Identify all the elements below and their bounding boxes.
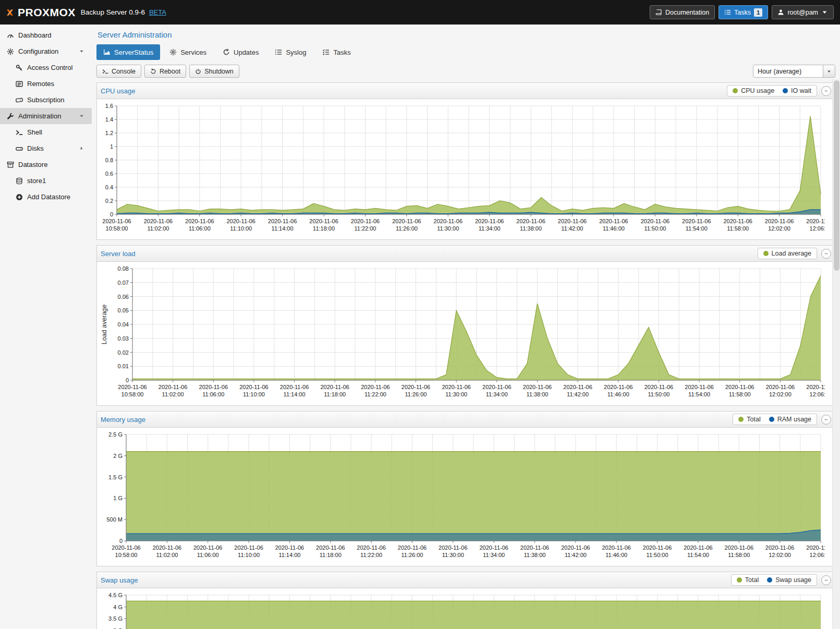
caret-down-icon[interactable] [77, 49, 87, 54]
documentation-label: Documentation [665, 9, 709, 16]
console-button[interactable]: Console [96, 65, 141, 78]
shutdown-button[interactable]: Shutdown [189, 65, 239, 78]
svg-text:1: 1 [110, 143, 113, 150]
svg-text:11:58:00: 11:58:00 [729, 391, 751, 397]
sidebar-item-store1[interactable]: store1 [0, 173, 92, 189]
panel-body: 0500 M1 G1.5 G2 G2.5 G2020-11-0610:58:00… [97, 428, 835, 566]
collapse-panel-button[interactable] [821, 86, 831, 96]
svg-text:11:10:00: 11:10:00 [230, 225, 252, 232]
tasks-button[interactable]: Tasks 1 [719, 5, 768, 19]
beta-link[interactable]: BETA [149, 8, 166, 16]
header: PROXMOX Backup Server 0.9-6 BETA Documen… [0, 0, 840, 25]
svg-text:0.05: 0.05 [118, 307, 129, 313]
legend-swatch-icon [737, 577, 742, 583]
cpu-usage-chart: 00.20.40.60.811.21.41.62020-11-0610:58:0… [99, 101, 825, 237]
svg-text:500 M: 500 M [106, 516, 123, 523]
svg-text:2020-11-06: 2020-11-06 [641, 218, 669, 224]
tab-serverstatus[interactable]: ServerStatus [96, 44, 160, 60]
svg-text:2020-11-06: 2020-11-06 [475, 218, 504, 224]
toolbar: ConsoleRebootShutdown Hour (average) [96, 65, 835, 78]
svg-text:11:58:00: 11:58:00 [728, 552, 750, 558]
sidebar-item-dashboard[interactable]: Dashboard [0, 27, 92, 43]
svg-text:0.08: 0.08 [118, 265, 129, 272]
reboot-button[interactable]: Reboot [144, 65, 186, 78]
tab-updates[interactable]: Updates [216, 44, 265, 60]
caret-down-icon[interactable] [77, 113, 87, 119]
svg-text:0.02: 0.02 [118, 349, 129, 356]
scrollbar-thumb[interactable] [834, 80, 839, 271]
tab-tasks[interactable]: Tasks [315, 44, 357, 60]
svg-text:2020-11-06: 2020-11-06 [193, 545, 222, 551]
user-menu-button[interactable]: root@pam [772, 5, 834, 19]
svg-text:11:22:00: 11:22:00 [364, 391, 386, 397]
svg-text:0.03: 0.03 [118, 335, 129, 342]
svg-text:2020-11-06: 2020-11-06 [765, 545, 794, 551]
svg-text:0.06: 0.06 [118, 294, 129, 300]
svg-text:10:58:00: 10:58:00 [121, 391, 144, 397]
sidebar-item-configuration[interactable]: Configuration [0, 43, 92, 59]
sidebar-item-access-control[interactable]: Access Control [0, 59, 92, 76]
sidebar-item-datastore[interactable]: Datastore [0, 156, 92, 173]
legend-item-swap-usage: Swap usage [767, 576, 811, 584]
svg-text:2020-11-06: 2020-11-06 [268, 218, 297, 224]
vertical-scrollbar[interactable] [832, 79, 840, 629]
svg-text:0.2: 0.2 [105, 198, 113, 204]
svg-text:2020-11-06: 2020-11-06 [725, 545, 753, 551]
tab-bar: ServerStatusServicesUpdatesSyslogTasks [96, 44, 835, 60]
tab-services[interactable]: Services [163, 44, 213, 60]
svg-text:11:42:00: 11:42:00 [567, 391, 589, 397]
svg-text:2020-11-06: 2020-11-06 [482, 384, 511, 390]
legend-label: CPU usage [741, 87, 774, 94]
sidebar-item-disks[interactable]: Disks [0, 140, 92, 156]
svg-text:2020-11-06: 2020-11-06 [309, 218, 338, 224]
sidebar-item-remotes[interactable]: Remotes [0, 76, 92, 92]
ticket-icon [14, 96, 24, 104]
sidebar-item-label: Dashboard [18, 31, 52, 39]
svg-text:11:30:00: 11:30:00 [437, 225, 459, 232]
svg-text:2020-11-06: 2020-11-06 [102, 218, 131, 224]
brand-name: PROXMOX [18, 6, 76, 19]
legend-swatch-icon [733, 88, 738, 93]
swap-usage-chart: 0500 M1 G1.5 G2 G2.5 G3 G3.5 G4 G4.5 G20… [99, 590, 825, 629]
svg-text:2020-11-06: 2020-11-06 [563, 384, 592, 390]
svg-text:2020-11-06: 2020-11-06 [199, 384, 228, 390]
collapse-panel-button[interactable] [821, 249, 831, 259]
caret-right-icon[interactable] [77, 146, 87, 151]
collapse-panel-button[interactable] [821, 575, 831, 585]
sidebar-item-shell[interactable]: Shell [0, 124, 92, 140]
documentation-button[interactable]: Documentation [650, 5, 715, 19]
svg-text:12:02:00: 12:02:00 [769, 552, 791, 558]
svg-text:2020-11-06: 2020-11-06 [234, 545, 263, 551]
svg-text:11:30:00: 11:30:00 [445, 391, 467, 397]
svg-text:11:50:00: 11:50:00 [644, 225, 666, 232]
legend-swatch-icon [783, 88, 788, 93]
svg-text:12:02:00: 12:02:00 [769, 391, 792, 397]
list-icon [724, 9, 731, 16]
hdd-icon [14, 145, 24, 152]
svg-text:2020-11-06: 2020-11-06 [316, 545, 345, 551]
svg-text:11:46:00: 11:46:00 [607, 391, 629, 397]
svg-text:11:38:00: 11:38:00 [526, 391, 548, 397]
cpu-usage-panel: CPU usageCPU usageIO wait00.20.40.60.811… [96, 82, 835, 240]
sidebar-item-administration[interactable]: Administration [0, 108, 92, 124]
svg-text:2020-11-06: 2020-11-06 [398, 545, 427, 551]
timeframe-select[interactable]: Hour (average) [753, 65, 835, 78]
sidebar-item-subscription[interactable]: Subscription [0, 92, 92, 108]
collapse-panel-button[interactable] [821, 415, 831, 425]
swap-usage-panel: Swap usageTotalSwap usage0500 M1 G1.5 G2… [96, 572, 835, 629]
timeframe-value: Hour (average) [753, 68, 823, 75]
sidebar-item-label: Access Control [27, 64, 72, 71]
svg-text:11:02:00: 11:02:00 [147, 225, 169, 232]
svg-text:12:06:00: 12:06:00 [810, 552, 825, 558]
sidebar-item-add-datastore[interactable]: Add Datastore [0, 189, 92, 205]
tab-syslog[interactable]: Syslog [268, 44, 313, 60]
select-trigger-icon[interactable] [823, 65, 835, 77]
svg-text:11:54:00: 11:54:00 [687, 552, 709, 558]
svg-text:2020-11-06: 2020-11-06 [442, 384, 470, 390]
toolbar-right: Hour (average) [753, 65, 835, 78]
svg-text:11:14:00: 11:14:00 [278, 552, 300, 558]
chart-legend: Load average [758, 248, 817, 259]
svg-text:11:34:00: 11:34:00 [479, 225, 501, 232]
svg-text:0: 0 [126, 377, 129, 383]
sidebar-item-label: Add Datastore [27, 193, 70, 201]
